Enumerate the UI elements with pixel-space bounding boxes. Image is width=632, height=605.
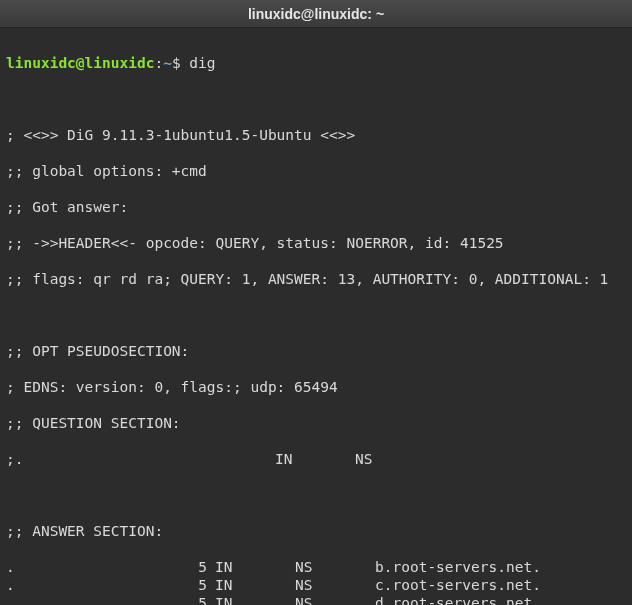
question-ns: NS — [355, 450, 372, 468]
terminal-output[interactable]: linuxidc@linuxidc:~$ dig ; <<>> DiG 9.11… — [0, 28, 632, 605]
answer-host: d.root-servers.net. — [375, 594, 541, 605]
answer-title: ;; ANSWER SECTION: — [6, 522, 626, 540]
answer-name: . — [6, 558, 15, 576]
prompt-user: linuxidc@linuxidc — [6, 55, 154, 71]
dig-flags: ;; flags: qr rd ra; QUERY: 1, ANSWER: 13… — [6, 270, 626, 288]
answer-host: b.root-servers.net. — [375, 558, 541, 576]
prompt-sep2: $ — [172, 55, 189, 71]
answer-ns: NS — [295, 558, 375, 576]
window-title: linuxidc@linuxidc: ~ — [248, 6, 384, 22]
question-in: IN — [275, 450, 355, 468]
blank-line — [6, 306, 626, 324]
question-name: ;. — [6, 450, 15, 468]
answer-name: . — [6, 594, 15, 605]
dig-global-options: ;; global options: +cmd — [6, 162, 626, 180]
answer-ttl: 5 — [15, 558, 215, 576]
question-title: ;; QUESTION SECTION: — [6, 414, 626, 432]
question-row: ;.INNS — [6, 450, 626, 468]
command-text: dig — [189, 55, 215, 71]
blank-line — [6, 486, 626, 504]
answer-in: IN — [215, 594, 295, 605]
answer-ns: NS — [295, 576, 375, 594]
prompt-sep1: : — [154, 55, 163, 71]
dig-got-answer: ;; Got answer: — [6, 198, 626, 216]
answer-ns: NS — [295, 594, 375, 605]
dig-header: ;; ->>HEADER<<- opcode: QUERY, status: N… — [6, 234, 626, 252]
window-titlebar: linuxidc@linuxidc: ~ — [0, 0, 632, 28]
answer-row: .5INNSc.root-servers.net. — [6, 576, 626, 594]
answer-ttl: 5 — [15, 594, 215, 605]
prompt-path: ~ — [163, 55, 172, 71]
answer-in: IN — [215, 558, 295, 576]
opt-title: ;; OPT PSEUDOSECTION: — [6, 342, 626, 360]
blank-line — [6, 90, 626, 108]
answer-in: IN — [215, 576, 295, 594]
dig-version: ; <<>> DiG 9.11.3-1ubuntu1.5-Ubuntu <<>> — [6, 126, 626, 144]
answer-ttl: 5 — [15, 576, 215, 594]
answer-row: .5INNSb.root-servers.net. — [6, 558, 626, 576]
prompt-line: linuxidc@linuxidc:~$ dig — [6, 54, 626, 72]
answer-row: .5INNSd.root-servers.net. — [6, 594, 626, 605]
answer-name: . — [6, 576, 15, 594]
answer-host: c.root-servers.net. — [375, 576, 541, 594]
opt-edns: ; EDNS: version: 0, flags:; udp: 65494 — [6, 378, 626, 396]
